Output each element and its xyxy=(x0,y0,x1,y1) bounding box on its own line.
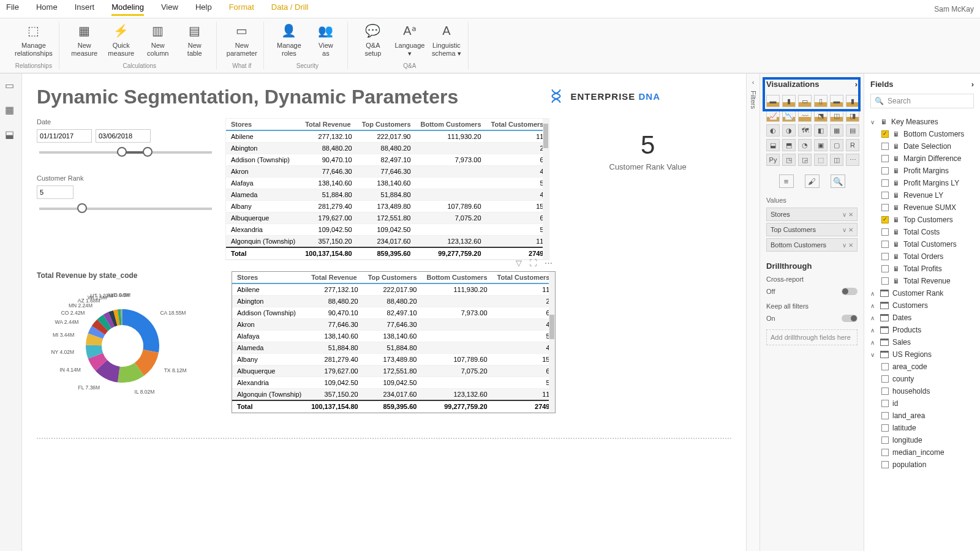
filters-rail[interactable]: ‹ Filters xyxy=(746,73,760,551)
col-header[interactable]: Bottom Customers xyxy=(416,119,486,130)
table-cell[interactable]: Akron xyxy=(226,166,300,178)
table-node-products[interactable]: ∧Products xyxy=(870,324,974,336)
viz-type-23[interactable]: R xyxy=(846,139,859,151)
report-view-icon[interactable]: ▭ xyxy=(5,80,17,92)
table-cell[interactable]: 107,789.60 xyxy=(416,201,486,212)
filter-icon[interactable]: ▽ xyxy=(516,258,522,268)
field-date-selection[interactable]: 🖩Date Selection xyxy=(870,140,974,152)
ribbon-new-column[interactable]: ▥Newcolumn xyxy=(143,22,173,62)
table-cell[interactable]: 281,279.40 xyxy=(306,354,363,365)
field-county[interactable]: county xyxy=(870,373,974,385)
field-checkbox[interactable] xyxy=(881,204,889,211)
table-cell[interactable]: 234,017.60 xyxy=(357,236,416,248)
table-cell[interactable]: 6 xyxy=(486,154,549,166)
field-checkbox[interactable] xyxy=(881,400,889,407)
table-cell[interactable]: 77,646.30 xyxy=(357,166,416,178)
table-cell[interactable]: 90,470.10 xyxy=(300,154,356,166)
table-cell[interactable]: 138,140.60 xyxy=(357,178,416,189)
table-cell[interactable]: 15 xyxy=(492,354,555,365)
table-cell[interactable]: 77,646.30 xyxy=(363,319,422,331)
scrollbar-thumb-2[interactable] xyxy=(549,315,554,339)
table-cell[interactable]: 173,489.80 xyxy=(357,201,416,212)
remove-icon[interactable]: ✕ xyxy=(848,227,853,233)
slider-handle-left[interactable] xyxy=(117,147,127,157)
field-checkbox[interactable] xyxy=(881,363,889,370)
table-cell[interactable]: Alameda xyxy=(226,189,300,201)
table-cell[interactable]: 107,789.60 xyxy=(422,354,492,365)
menu-insert[interactable]: Insert xyxy=(75,2,95,16)
field-revenue-ly[interactable]: 🖩Revenue LY xyxy=(870,189,974,201)
donut-slice[interactable] xyxy=(123,309,159,353)
table-cell[interactable]: Abington xyxy=(226,143,300,154)
field-land-area[interactable]: land_area xyxy=(870,410,974,422)
ribbon-new-table[interactable]: ▤Newtable xyxy=(179,22,210,62)
data-view-icon[interactable]: ▦ xyxy=(5,104,17,116)
table-cell[interactable]: 222,017.90 xyxy=(363,283,422,296)
table-cell[interactable]: 357,150.20 xyxy=(300,236,356,248)
field-checkbox[interactable] xyxy=(881,277,889,285)
table-cell[interactable]: Addison (Township) xyxy=(226,154,300,166)
field-checkbox[interactable] xyxy=(881,388,889,395)
table-cell[interactable]: Akron xyxy=(232,319,306,331)
table-cell[interactable]: Alameda xyxy=(232,342,306,354)
table-cell[interactable]: 123,132.60 xyxy=(416,236,486,248)
table-cell[interactable]: Alexandria xyxy=(226,224,300,236)
table-cell[interactable]: 173,489.80 xyxy=(363,354,422,365)
field-margin-difference[interactable]: 🖩Margin Difference xyxy=(870,152,974,165)
col-header[interactable]: Total Revenue xyxy=(300,119,356,130)
col-header[interactable]: Stores xyxy=(226,119,300,130)
viz-type-5[interactable]: ▮ xyxy=(846,95,859,107)
table-cell[interactable]: 4 xyxy=(486,166,549,178)
field-checkbox[interactable] xyxy=(881,449,889,456)
field-checkbox[interactable] xyxy=(881,179,889,187)
menu-file[interactable]: File xyxy=(6,2,19,16)
table-node-dates[interactable]: ∧Dates xyxy=(870,312,974,324)
table-cell[interactable]: 6 xyxy=(486,212,549,224)
table-cell[interactable]: 6 xyxy=(492,307,555,319)
viz-type-4[interactable]: ▬ xyxy=(830,95,843,107)
viz-type-14[interactable]: 🗺 xyxy=(798,124,812,137)
table-cell[interactable]: Alexandria xyxy=(232,377,306,389)
table-node-customers[interactable]: ∧Customers xyxy=(870,299,974,312)
table-cell[interactable] xyxy=(416,166,486,178)
table-cell[interactable]: 82,497.10 xyxy=(357,154,416,166)
table-cell[interactable]: 11 xyxy=(492,389,555,401)
field-total-profits[interactable]: 🖩Total Profits xyxy=(870,263,974,275)
table-cell[interactable]: 138,140.60 xyxy=(300,178,356,189)
col-header[interactable]: Total Customers xyxy=(486,119,549,130)
table-cell[interactable]: 88,480.20 xyxy=(363,296,422,307)
table-cell[interactable]: Abington xyxy=(232,296,306,307)
more-icon[interactable]: ⋯ xyxy=(545,258,552,268)
field-checkbox[interactable] xyxy=(881,228,889,236)
table-cell[interactable]: Albuquerque xyxy=(232,365,306,377)
viz-type-2[interactable]: ▭ xyxy=(798,95,812,107)
table-cell[interactable]: 7,075.20 xyxy=(422,365,492,377)
viz-type-24[interactable]: Py xyxy=(766,154,780,166)
ribbon-language--[interactable]: AᵃLanguage▾ xyxy=(394,22,425,62)
menu-help[interactable]: Help xyxy=(195,2,212,16)
table-cell[interactable]: 281,279.40 xyxy=(300,201,356,212)
field-latitude[interactable]: latitude xyxy=(870,422,974,434)
table-cell[interactable] xyxy=(422,331,492,342)
remove-icon[interactable]: ✕ xyxy=(848,211,853,218)
table-cell[interactable]: 51,884.80 xyxy=(300,189,356,201)
field-checkbox[interactable] xyxy=(881,130,889,138)
field-total-costs[interactable]: 🖩Total Costs xyxy=(870,226,974,238)
table-cell[interactable]: 51,884.80 xyxy=(363,342,422,354)
field-checkbox[interactable] xyxy=(881,241,889,248)
table-cell[interactable]: Algonquin (Township) xyxy=(232,389,306,401)
viz-type-15[interactable]: ◧ xyxy=(814,124,827,137)
field-well[interactable]: Top Customers∨ ✕ xyxy=(766,223,858,236)
table-node-key-measures[interactable]: ∨🖩Key Measures xyxy=(870,116,974,128)
field-area-code[interactable]: area_code xyxy=(870,361,974,373)
table-cell[interactable] xyxy=(416,189,486,201)
table-cell[interactable]: Abilene xyxy=(226,130,300,143)
menu-modeling[interactable]: Modeling xyxy=(111,2,144,16)
viz-type-18[interactable]: ⬓ xyxy=(766,139,780,151)
ribbon-linguistic-schema--[interactable]: ALinguisticschema ▾ xyxy=(431,22,462,62)
table-cell[interactable]: Albany xyxy=(226,201,300,212)
table-cell[interactable]: Alafaya xyxy=(232,331,306,342)
table-cell[interactable]: 82,497.10 xyxy=(363,307,422,319)
viz-type-7[interactable]: 📉 xyxy=(782,110,796,122)
field-profit-margins[interactable]: 🖩Profit Margins xyxy=(870,165,974,177)
